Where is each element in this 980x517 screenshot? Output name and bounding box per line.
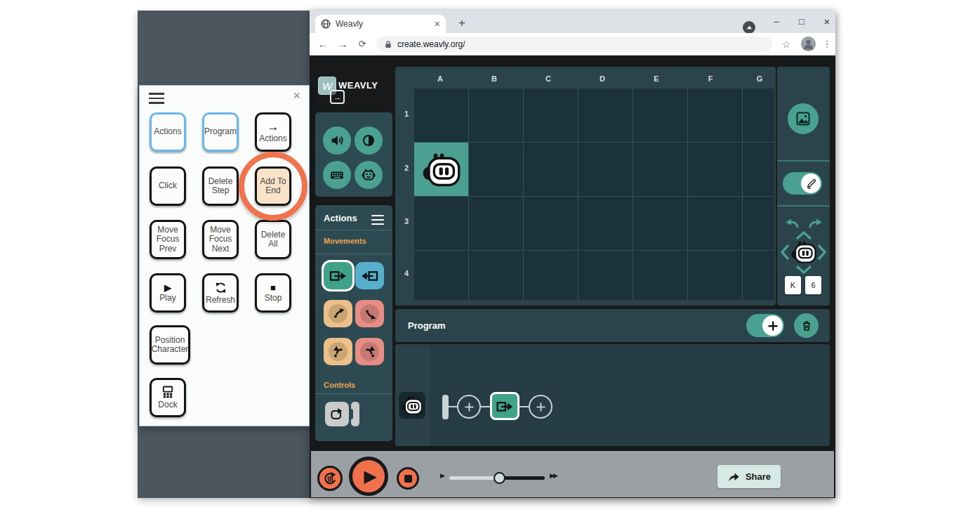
move-backward-block[interactable] [355, 262, 384, 289]
turn-left-45-block[interactable] [324, 300, 352, 327]
grid-cell[interactable] [688, 143, 742, 196]
turn-right-45-block[interactable] [355, 300, 384, 327]
reset-scene-button[interactable] [317, 466, 343, 491]
panel-close-icon[interactable]: × [293, 89, 300, 103]
window-maximize-button[interactable]: □ [793, 15, 811, 29]
grid-cell[interactable] [524, 251, 578, 300]
turn-left-90-block[interactable] [324, 338, 352, 365]
bookmark-star-icon[interactable]: ☆ [779, 37, 794, 52]
overlay-program-button[interactable]: Program [202, 112, 239, 152]
back-button[interactable]: ← [315, 37, 331, 52]
grid-cell[interactable] [414, 89, 468, 142]
grid-cell[interactable] [743, 251, 774, 300]
palette-menu-icon[interactable] [371, 215, 384, 227]
grid-cell[interactable] [633, 143, 687, 196]
program-start-marker [442, 395, 449, 419]
turn-character-right-button[interactable] [807, 218, 824, 232]
share-arrow-icon [727, 471, 740, 483]
divider [315, 393, 392, 394]
url-bar[interactable]: create.weavly.org/ [376, 37, 772, 52]
grid-cell[interactable] [414, 251, 468, 300]
add-step-node-1[interactable] [457, 395, 481, 419]
grid-cell[interactable] [414, 197, 468, 250]
turn-left-90-icon [330, 343, 347, 360]
reload-button[interactable]: ⟳ [355, 37, 370, 52]
overlay-delete-step-button[interactable]: Delete Step [202, 166, 239, 206]
overlay-actions-arrow-button[interactable]: → Actions [255, 112, 291, 152]
overlay-position-character-button[interactable]: Position Character [150, 325, 190, 365]
add-node-toggle-button[interactable] [746, 314, 784, 337]
browser-tab[interactable]: Weavly × [315, 15, 446, 33]
move-character-down-button[interactable] [795, 265, 812, 276]
grid-cell[interactable] [524, 89, 578, 142]
character-column-input[interactable]: K [785, 276, 801, 294]
share-button[interactable]: Share [717, 465, 781, 488]
browser-update-icon[interactable] [743, 21, 755, 34]
overlay-click-button[interactable]: Click [150, 166, 186, 206]
panel-menu-icon[interactable] [149, 93, 164, 107]
character-settings-button[interactable] [355, 161, 383, 189]
grid-cell[interactable] [469, 143, 523, 196]
weavly-app: W WEAVLY → [310, 55, 835, 498]
move-character-right-button[interactable] [817, 244, 826, 263]
overlay-delete-all-button[interactable]: Delete All [255, 220, 291, 259]
grid-cell[interactable] [578, 251, 633, 300]
move-forward-block[interactable] [324, 262, 352, 289]
grid-cell[interactable] [688, 197, 742, 250]
turn-character-left-button[interactable] [783, 218, 800, 232]
forward-button[interactable]: → [335, 37, 350, 52]
new-tab-button[interactable]: + [454, 16, 470, 30]
overlay-actions-button[interactable]: Actions [150, 112, 186, 152]
grid-cell-character[interactable] [414, 143, 468, 196]
speed-slider-track[interactable] [449, 476, 499, 480]
grid-cell[interactable] [633, 251, 687, 300]
grid-cell[interactable] [524, 143, 578, 196]
grid-cell[interactable] [743, 197, 774, 250]
weavly-logo[interactable]: W WEAVLY → [318, 77, 402, 109]
profile-avatar[interactable] [801, 37, 816, 51]
grid-cell[interactable] [743, 89, 774, 142]
stop-button[interactable] [397, 467, 419, 490]
grid-cell[interactable] [469, 251, 523, 300]
play-button[interactable]: ▶ [349, 457, 388, 496]
browser-menu-icon[interactable]: ⋮ [822, 37, 832, 52]
overlay-add-to-end-button[interactable]: Add To End [255, 166, 291, 206]
program-character-chip[interactable] [399, 392, 425, 419]
window-close-button[interactable]: × [818, 15, 836, 29]
overlay-play-button[interactable]: ▶ Play [150, 273, 186, 313]
overlay-stop-button[interactable]: ■ Stop [255, 273, 291, 313]
grid-cell[interactable] [578, 197, 633, 250]
loop-control-block[interactable] [325, 402, 349, 426]
add-step-node-2[interactable] [529, 395, 552, 419]
chevron-up-icon [795, 231, 812, 240]
keyboard-shortcuts-button[interactable] [323, 161, 351, 189]
playback-bar: ▶ ▶ ▶▶ Share [311, 451, 834, 497]
speed-slider-track-filled[interactable] [499, 476, 545, 480]
speed-slider-thumb[interactable] [494, 472, 505, 484]
delete-program-button[interactable] [794, 313, 819, 338]
window-minimize-button[interactable]: – [767, 15, 786, 29]
tab-close-icon[interactable]: × [435, 18, 440, 30]
move-character-left-button[interactable] [781, 244, 790, 263]
overlay-dock-button[interactable]: Dock [150, 378, 186, 417]
grid-cell[interactable] [743, 143, 774, 196]
audio-feedback-button[interactable] [323, 126, 351, 155]
character-row-input[interactable]: 6 [805, 276, 821, 294]
grid-cell[interactable] [524, 197, 578, 250]
theme-contrast-button[interactable] [355, 126, 383, 155]
overlay-move-focus-prev-button[interactable]: Move Focus Prev [150, 220, 186, 259]
overlay-refresh-button[interactable]: Refresh [202, 273, 239, 313]
grid-cell[interactable] [469, 89, 523, 142]
grid-cell[interactable] [578, 143, 633, 196]
scene-background-button[interactable] [788, 103, 819, 134]
pen-toggle[interactable] [783, 172, 822, 195]
grid-cell[interactable] [469, 197, 523, 250]
grid-cell[interactable] [688, 89, 742, 142]
program-step-forward-block[interactable] [490, 392, 519, 420]
grid-cell[interactable] [578, 89, 633, 142]
overlay-move-focus-next-button[interactable]: Move Focus Next [202, 220, 239, 259]
grid-cell[interactable] [633, 197, 687, 250]
grid-cell[interactable] [688, 251, 742, 300]
turn-right-90-block[interactable] [355, 338, 384, 365]
grid-cell[interactable] [633, 89, 687, 142]
